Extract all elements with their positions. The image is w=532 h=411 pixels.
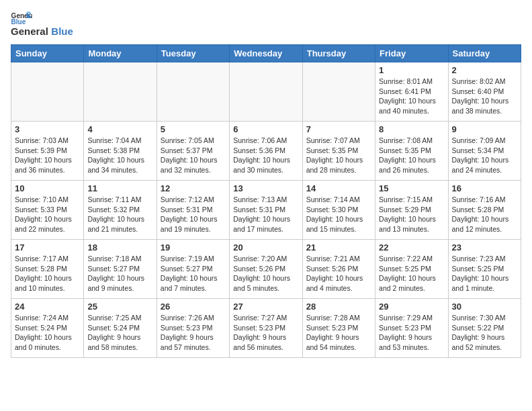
day-info: Sunrise: 7:15 AM Sunset: 5:29 PM Dayligh…	[379, 195, 444, 234]
day-number: 24	[15, 302, 80, 312]
weekday-header-friday: Friday	[375, 45, 448, 62]
calendar-cell-3-1: 10Sunrise: 7:10 AM Sunset: 5:33 PM Dayli…	[11, 181, 84, 240]
day-number: 22	[379, 242, 444, 253]
day-info: Sunrise: 7:07 AM Sunset: 5:35 PM Dayligh…	[306, 136, 371, 175]
calendar-cell-5-5: 28Sunrise: 7:28 AM Sunset: 5:23 PM Dayli…	[302, 299, 375, 358]
day-info: Sunrise: 7:04 AM Sunset: 5:38 PM Dayligh…	[87, 136, 152, 175]
day-info: Sunrise: 7:12 AM Sunset: 5:31 PM Dayligh…	[161, 195, 226, 234]
day-info: Sunrise: 7:09 AM Sunset: 5:34 PM Dayligh…	[452, 136, 517, 175]
day-info: Sunrise: 7:24 AM Sunset: 5:24 PM Dayligh…	[15, 313, 80, 353]
calendar-cell-2-2: 4Sunrise: 7:04 AM Sunset: 5:38 PM Daylig…	[84, 122, 157, 181]
calendar-cell-1-1	[11, 62, 84, 122]
day-info: Sunrise: 7:06 AM Sunset: 5:36 PM Dayligh…	[233, 136, 298, 175]
weekday-header-wednesday: Wednesday	[230, 45, 302, 62]
day-info: Sunrise: 7:19 AM Sunset: 5:27 PM Dayligh…	[161, 254, 226, 293]
logo-general-text: General	[11, 26, 48, 37]
calendar-cell-1-7: 2Sunrise: 8:02 AM Sunset: 6:40 PM Daylig…	[448, 62, 521, 122]
day-number: 11	[87, 183, 152, 193]
day-info: Sunrise: 7:11 AM Sunset: 5:32 PM Dayligh…	[87, 195, 152, 234]
logo: General Blue General Blue	[11, 11, 73, 38]
day-number: 18	[87, 242, 152, 253]
day-number: 14	[306, 183, 371, 193]
day-number: 19	[161, 242, 226, 253]
day-number: 30	[452, 302, 517, 312]
calendar-cell-3-6: 15Sunrise: 7:15 AM Sunset: 5:29 PM Dayli…	[375, 181, 448, 240]
day-number: 28	[306, 302, 371, 312]
logo-blue-text: Blue	[51, 26, 73, 37]
day-info: Sunrise: 7:18 AM Sunset: 5:27 PM Dayligh…	[87, 254, 152, 293]
calendar-week-1: 1Sunrise: 8:01 AM Sunset: 6:41 PM Daylig…	[11, 62, 521, 122]
day-info: Sunrise: 7:27 AM Sunset: 5:23 PM Dayligh…	[233, 313, 298, 353]
day-info: Sunrise: 7:10 AM Sunset: 5:33 PM Dayligh…	[15, 195, 80, 234]
svg-text:Blue: Blue	[11, 18, 26, 24]
calendar-cell-4-3: 19Sunrise: 7:19 AM Sunset: 5:27 PM Dayli…	[157, 240, 229, 299]
calendar-cell-2-3: 5Sunrise: 7:05 AM Sunset: 5:37 PM Daylig…	[157, 122, 229, 181]
calendar-week-3: 10Sunrise: 7:10 AM Sunset: 5:33 PM Dayli…	[11, 181, 521, 240]
day-info: Sunrise: 7:16 AM Sunset: 5:28 PM Dayligh…	[452, 195, 517, 234]
day-info: Sunrise: 8:01 AM Sunset: 6:41 PM Dayligh…	[379, 77, 444, 116]
day-number: 9	[452, 124, 517, 134]
day-number: 15	[379, 183, 444, 193]
calendar-week-2: 3Sunrise: 7:03 AM Sunset: 5:39 PM Daylig…	[11, 122, 521, 181]
day-number: 7	[306, 124, 371, 134]
day-number: 12	[161, 183, 226, 193]
weekday-header-thursday: Thursday	[302, 45, 375, 62]
day-number: 27	[233, 302, 298, 312]
day-info: Sunrise: 7:03 AM Sunset: 5:39 PM Dayligh…	[15, 136, 80, 175]
day-number: 13	[233, 183, 298, 193]
day-number: 3	[15, 124, 80, 134]
calendar-cell-2-4: 6Sunrise: 7:06 AM Sunset: 5:36 PM Daylig…	[230, 122, 302, 181]
calendar-cell-3-2: 11Sunrise: 7:11 AM Sunset: 5:32 PM Dayli…	[84, 181, 157, 240]
calendar-cell-5-1: 24Sunrise: 7:24 AM Sunset: 5:24 PM Dayli…	[11, 299, 84, 358]
day-number: 23	[452, 242, 517, 253]
calendar-table: SundayMondayTuesdayWednesdayThursdayFrid…	[11, 44, 521, 358]
day-info: Sunrise: 7:22 AM Sunset: 5:25 PM Dayligh…	[379, 254, 444, 293]
day-info: Sunrise: 7:20 AM Sunset: 5:26 PM Dayligh…	[233, 254, 298, 293]
calendar-cell-4-7: 23Sunrise: 7:23 AM Sunset: 5:25 PM Dayli…	[448, 240, 521, 299]
day-number: 26	[161, 302, 226, 312]
logo-icon: General Blue	[11, 11, 32, 24]
calendar-week-4: 17Sunrise: 7:17 AM Sunset: 5:28 PM Dayli…	[11, 240, 521, 299]
day-info: Sunrise: 7:23 AM Sunset: 5:25 PM Dayligh…	[452, 254, 517, 293]
calendar-cell-1-6: 1Sunrise: 8:01 AM Sunset: 6:41 PM Daylig…	[375, 62, 448, 122]
day-info: Sunrise: 7:26 AM Sunset: 5:23 PM Dayligh…	[161, 313, 226, 353]
calendar-cell-3-4: 13Sunrise: 7:13 AM Sunset: 5:31 PM Dayli…	[230, 181, 302, 240]
calendar-cell-2-6: 8Sunrise: 7:08 AM Sunset: 5:35 PM Daylig…	[375, 122, 448, 181]
weekday-header-tuesday: Tuesday	[157, 45, 229, 62]
day-number: 1	[379, 65, 444, 75]
day-number: 16	[452, 183, 517, 193]
calendar-cell-2-7: 9Sunrise: 7:09 AM Sunset: 5:34 PM Daylig…	[448, 122, 521, 181]
day-number: 25	[87, 302, 152, 312]
calendar-cell-1-4	[230, 62, 302, 122]
weekday-header-monday: Monday	[84, 45, 157, 62]
day-info: Sunrise: 7:14 AM Sunset: 5:30 PM Dayligh…	[306, 195, 371, 234]
day-info: Sunrise: 7:30 AM Sunset: 5:22 PM Dayligh…	[452, 313, 517, 353]
calendar-cell-5-6: 29Sunrise: 7:29 AM Sunset: 5:23 PM Dayli…	[375, 299, 448, 358]
day-info: Sunrise: 7:17 AM Sunset: 5:28 PM Dayligh…	[15, 254, 80, 293]
calendar-cell-3-3: 12Sunrise: 7:12 AM Sunset: 5:31 PM Dayli…	[157, 181, 229, 240]
calendar-cell-1-3	[157, 62, 229, 122]
day-number: 20	[233, 242, 298, 253]
calendar-cell-2-5: 7Sunrise: 7:07 AM Sunset: 5:35 PM Daylig…	[302, 122, 375, 181]
calendar-cell-3-5: 14Sunrise: 7:14 AM Sunset: 5:30 PM Dayli…	[302, 181, 375, 240]
calendar-cell-5-4: 27Sunrise: 7:27 AM Sunset: 5:23 PM Dayli…	[230, 299, 302, 358]
calendar-cell-1-5	[302, 62, 375, 122]
day-info: Sunrise: 7:25 AM Sunset: 5:24 PM Dayligh…	[87, 313, 152, 353]
calendar-cell-4-5: 21Sunrise: 7:21 AM Sunset: 5:26 PM Dayli…	[302, 240, 375, 299]
calendar-cell-2-1: 3Sunrise: 7:03 AM Sunset: 5:39 PM Daylig…	[11, 122, 84, 181]
calendar-cell-5-7: 30Sunrise: 7:30 AM Sunset: 5:22 PM Dayli…	[448, 299, 521, 358]
calendar-cell-5-3: 26Sunrise: 7:26 AM Sunset: 5:23 PM Dayli…	[157, 299, 229, 358]
weekday-header-saturday: Saturday	[448, 45, 521, 62]
day-info: Sunrise: 7:28 AM Sunset: 5:23 PM Dayligh…	[306, 313, 371, 353]
calendar-cell-1-2	[84, 62, 157, 122]
day-number: 2	[452, 65, 517, 75]
day-number: 4	[87, 124, 152, 134]
day-number: 6	[233, 124, 298, 134]
calendar-cell-4-6: 22Sunrise: 7:22 AM Sunset: 5:25 PM Dayli…	[375, 240, 448, 299]
calendar-cell-3-7: 16Sunrise: 7:16 AM Sunset: 5:28 PM Dayli…	[448, 181, 521, 240]
page-header: General Blue General Blue	[11, 11, 521, 38]
day-number: 29	[379, 302, 444, 312]
day-number: 10	[15, 183, 80, 193]
day-info: Sunrise: 7:08 AM Sunset: 5:35 PM Dayligh…	[379, 136, 444, 175]
calendar-cell-4-2: 18Sunrise: 7:18 AM Sunset: 5:27 PM Dayli…	[84, 240, 157, 299]
